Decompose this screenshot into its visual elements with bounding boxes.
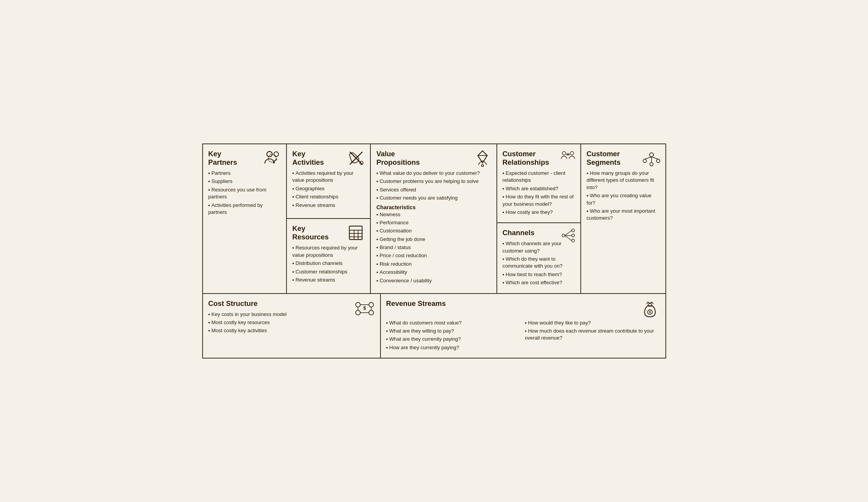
revenue-streams-col2: How would they like to pay? How much doe… [525,319,660,353]
list-item: Performance [376,219,491,226]
list-item: Price / cost reduction [376,252,491,259]
key-partners-list: Partners Suppliers Resources you use fro… [208,170,281,216]
business-model-canvas: Key Partners Partners Suppliers Resource… [202,143,666,359]
list-item: Revenue streams [292,202,365,209]
list-item: Key costs in your business model [208,311,375,318]
list-item: Client relationships [292,193,365,200]
key-partners-icon [262,148,282,168]
svg-line-30 [651,157,658,159]
svg-point-19 [572,234,575,237]
key-partners-cell: Key Partners Partners Suppliers Resource… [203,144,287,293]
value-propositions-icon [472,148,493,168]
channels-cell: Channels Which channels are your custome… [497,223,580,293]
list-item: Services offered [376,186,491,193]
customer-segments-list: How many groups do your different types … [587,170,660,222]
value-propositions-cell: Value Propositions What value do you del… [371,144,497,293]
list-item: Resources you use from partners [208,186,281,201]
list-item: Brand / status [376,244,491,251]
cost-structure-list: Key costs in your business model Most co… [208,311,375,335]
revenue-streams-title: Revenue Streams [386,299,446,308]
svg-line-22 [565,231,572,236]
list-item: Getting the job done [376,236,491,243]
list-item: Partners [208,170,281,177]
revenue-streams-content: What do customers most value? What are t… [386,319,660,353]
key-resources-cell: Key Resources Resources required by your… [287,219,370,293]
value-propositions-list: What value do you deliver to your custom… [376,170,491,202]
list-item: How are they currently paying? [386,344,521,351]
list-item: Customer problems you are helping to sol… [376,178,491,185]
list-item: Resources required by your value proposi… [292,244,365,259]
list-item: Customer needs you are satisfying [376,195,491,201]
cost-structure-cell: Cost Structure $ Key costs in your busin… [203,294,381,358]
list-item: Which are cost effective? [503,279,575,286]
svg-point-15 [562,152,566,155]
list-item: Activities required by your value propos… [292,170,365,184]
mid-col: Key Activities Activities required by yo… [287,144,371,293]
list-item: How do they fit with the rest of your bu… [503,193,575,208]
svg-point-34 [355,310,360,315]
cost-structure-icon: $ [353,298,376,318]
key-activities-list: Activities required by your value propos… [292,170,365,209]
revenue-streams-col1: What do customers most value? What are t… [386,319,521,353]
list-item: Most costly key activities [208,327,375,334]
svg-rect-6 [350,226,362,240]
list-item: Who are your most important customers? [587,208,660,222]
list-item: Accessibility [376,269,491,276]
svg-point-16 [570,152,574,155]
list-item: Which are established? [503,185,575,192]
key-activities-icon [346,148,366,168]
channels-list: Which channels are your customer using? … [503,240,575,286]
svg-point-28 [650,162,653,166]
list-item: How costly are they? [503,209,575,216]
customer-relationships-cell: Customer Relationships Expected customer… [497,144,580,223]
svg-point-18 [572,229,575,232]
characteristics-subtitle: Characteristics [376,204,491,210]
key-resources-icon [346,223,366,243]
list-item: Suppliers [208,178,281,185]
cost-structure-title: Cost Structure [208,299,375,308]
top-grid: Key Partners Partners Suppliers Resource… [203,144,665,294]
list-item: What are they currently paying? [386,336,521,343]
list-item: Newness [376,211,491,218]
customer-segments-icon [641,148,662,168]
revenue-streams-cell: Revenue Streams $ What do customers most… [381,294,665,358]
list-item: Geographies [292,185,365,192]
svg-text:$: $ [649,310,651,314]
bottom-grid: Cost Structure $ Key costs in your busin… [203,294,665,358]
list-item: What value do you deliver to your custom… [376,170,491,177]
svg-line-24 [565,236,572,241]
list-item: Who are you creating value for? [587,192,660,207]
characteristics-list: Newness Performance Customisation Gettin… [376,211,491,284]
list-item: What do customers most value? [386,319,521,326]
list-item: Expected customer - client relationships [503,170,575,184]
svg-line-29 [645,157,651,159]
key-activities-cell: Key Activities Activities required by yo… [287,144,370,219]
customer-relationships-icon [559,148,576,165]
list-item: How many groups do your different types … [587,170,660,191]
customer-segments-cell: Customer Segments How many groups do you… [581,144,665,293]
svg-point-14 [481,164,483,166]
svg-point-20 [572,239,575,242]
customer-relationships-list: Expected customer - client relationships… [503,170,575,216]
revenue-streams-icon: $ [640,299,660,319]
list-item: Most costly key resources [208,319,375,326]
list-item: Customer relationships [292,268,365,275]
svg-point-25 [649,153,653,157]
list-item: Risk reduction [376,261,491,268]
list-item: Activities performed by partners [208,202,281,216]
svg-point-35 [369,310,373,315]
svg-point-21 [562,234,565,237]
list-item: How would they like to pay? [525,319,660,326]
channels-icon [559,227,576,244]
list-item: How best to reach them? [503,271,575,278]
list-item: Distribution channels [292,260,365,267]
svg-point-27 [657,159,660,162]
cr-col: Customer Relationships Expected customer… [497,144,581,293]
svg-point-26 [643,159,646,162]
svg-point-0 [267,152,272,157]
list-item: What are they willing to pay? [386,328,521,335]
svg-point-1 [274,152,278,156]
svg-point-33 [369,302,373,307]
list-item: Revenue streams [292,277,365,283]
svg-point-32 [355,302,360,307]
